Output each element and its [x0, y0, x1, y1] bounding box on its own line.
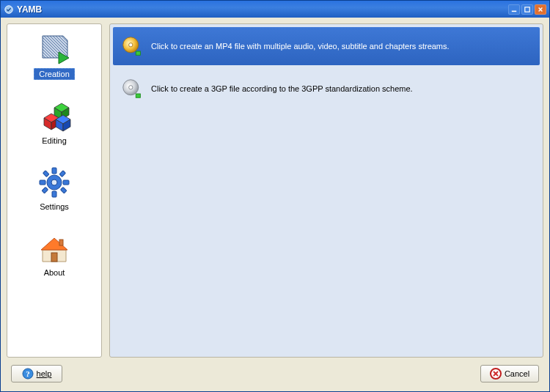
disc-gold-icon — [120, 34, 144, 58]
svg-rect-18 — [136, 51, 140, 55]
option-label: Click to create an MP4 file with multipl… — [151, 42, 450, 51]
sidebar: Creation — [7, 23, 102, 358]
option-create-3gp[interactable]: Click to create a 3GP file according to … — [113, 70, 540, 108]
svg-rect-11 — [59, 171, 65, 177]
svg-rect-10 — [60, 187, 66, 193]
sidebar-item-label: Editing — [37, 136, 71, 146]
titlebar: YAMB — [1, 1, 549, 18]
maximize-button[interactable] — [521, 4, 533, 15]
cancel-button[interactable]: Cancel — [480, 365, 539, 382]
svg-rect-1 — [512, 10, 516, 12]
help-button-label: help — [37, 369, 52, 378]
gear-icon — [37, 165, 72, 200]
svg-rect-2 — [525, 7, 529, 11]
svg-point-13 — [51, 180, 57, 185]
sidebar-item-editing[interactable]: Editing — [10, 96, 98, 149]
svg-rect-8 — [63, 180, 69, 185]
svg-text:?: ? — [26, 369, 30, 378]
svg-point-17 — [129, 43, 133, 47]
cubes-icon — [37, 99, 72, 134]
window-title: YAMB — [17, 4, 508, 15]
sidebar-item-label: Creation — [34, 68, 75, 80]
titlebar-buttons — [508, 4, 546, 15]
svg-rect-15 — [59, 240, 63, 245]
svg-rect-9 — [43, 171, 48, 177]
house-icon — [37, 231, 72, 266]
help-button[interactable]: ? help — [11, 365, 62, 382]
bottom-bar: ? help Cancel — [7, 358, 543, 387]
content-panel: Click to create an MP4 file with multipl… — [109, 23, 543, 358]
app-icon — [4, 4, 14, 15]
close-button[interactable] — [535, 4, 546, 15]
svg-rect-6 — [52, 191, 56, 197]
svg-point-20 — [129, 86, 133, 89]
svg-rect-21 — [136, 94, 140, 97]
sidebar-item-about[interactable]: About — [10, 228, 98, 281]
cancel-icon — [490, 368, 502, 380]
creation-icon — [37, 32, 72, 67]
sidebar-item-creation[interactable]: Creation — [10, 29, 98, 83]
disc-silver-icon — [120, 77, 144, 100]
main-area: Creation — [7, 23, 543, 358]
app-window: YAMB — [0, 0, 550, 392]
svg-rect-12 — [42, 187, 48, 193]
option-create-mp4[interactable]: Click to create an MP4 file with multipl… — [113, 27, 540, 65]
svg-rect-14 — [51, 253, 57, 262]
option-label: Click to create a 3GP file according to … — [151, 84, 413, 93]
client-area: Creation — [1, 18, 549, 391]
cancel-button-label: Cancel — [505, 369, 529, 378]
help-icon: ? — [22, 368, 34, 380]
svg-rect-5 — [52, 168, 56, 174]
svg-rect-7 — [40, 180, 45, 185]
sidebar-item-settings[interactable]: Settings — [10, 162, 98, 215]
sidebar-item-label: About — [40, 267, 70, 278]
minimize-button[interactable] — [508, 4, 520, 15]
sidebar-item-label: Settings — [35, 201, 73, 212]
